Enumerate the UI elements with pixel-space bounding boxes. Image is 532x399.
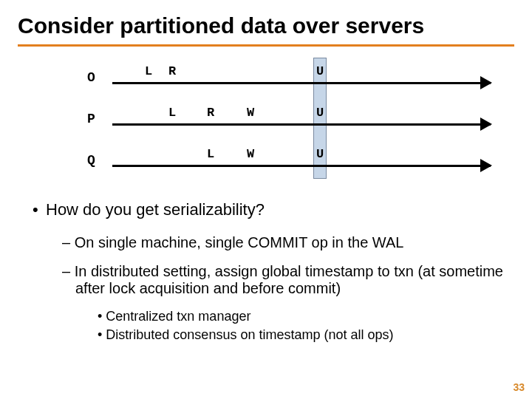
timeline-diagram: O L R U P L R W U Q L W U	[92, 60, 491, 185]
slide-title: Consider partitioned data over servers	[18, 13, 514, 38]
axis	[112, 123, 491, 126]
server-label-q: Q	[87, 153, 95, 168]
arrowhead-icon	[480, 117, 492, 131]
title-rule	[18, 44, 514, 47]
event-label: W	[247, 106, 254, 120]
timeline-q: Q L W U	[92, 143, 491, 177]
event-label: L	[207, 147, 214, 161]
page-number: 33	[513, 381, 525, 393]
arrowhead-icon	[480, 76, 492, 89]
bullet-lvl2: – In distributed setting, assign global …	[46, 263, 514, 297]
event-label: U	[316, 147, 324, 161]
bullet-text: Distributed consensus on timestamp (not …	[106, 327, 393, 342]
bullet-text: In distributed setting, assign global ti…	[75, 263, 503, 296]
bullet-lvl2: – On single machine, single COMMIT op in…	[46, 234, 514, 251]
bullet-lvl3: • Centralized txn manager	[43, 309, 514, 324]
event-label: L	[145, 64, 152, 78]
bullet-text: Centralized txn manager	[106, 309, 250, 324]
bullet-text: How do you get serializability?	[46, 200, 265, 219]
event-label: R	[168, 64, 176, 78]
bullet-list: •How do you get serializability? – On si…	[18, 200, 514, 343]
event-label: U	[316, 106, 324, 120]
event-label: L	[168, 106, 176, 120]
timeline-o: O L R U	[92, 60, 491, 94]
event-label: U	[316, 64, 324, 78]
axis	[112, 165, 491, 167]
bullet-lvl1: •How do you get serializability?	[33, 200, 514, 219]
server-label-o: O	[87, 70, 95, 85]
arrowhead-icon	[480, 159, 492, 172]
bullet-text: On single machine, single COMMIT op in t…	[75, 234, 404, 250]
axis	[112, 82, 491, 84]
timeline-p: P L R W U	[92, 101, 491, 135]
server-label-p: P	[87, 112, 95, 126]
event-label: W	[247, 147, 254, 161]
bullet-lvl3: • Distributed consensus on timestamp (no…	[43, 327, 514, 343]
event-label: R	[207, 106, 214, 120]
